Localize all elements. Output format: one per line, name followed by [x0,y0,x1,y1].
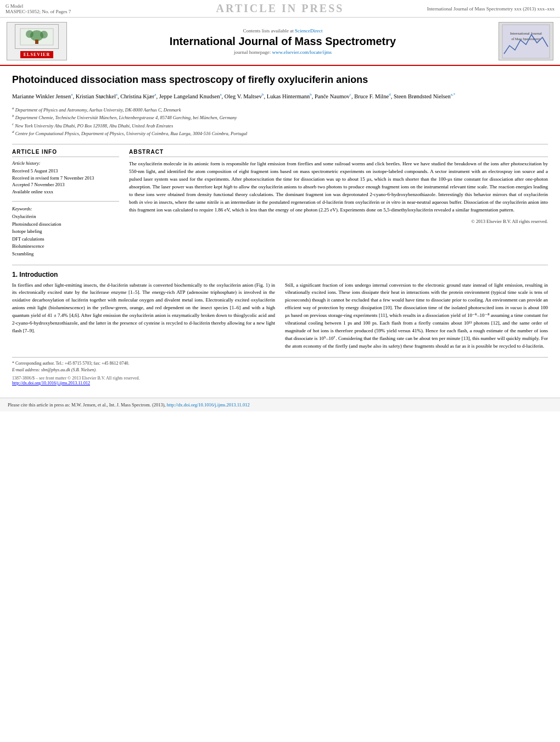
article-history: Article history: Received 5 August 2013 … [12,160,119,196]
maspec-label: MASPEC-15052; No. of Pages 7 [5,9,143,14]
section-title: Introduction [19,271,58,278]
journal-center: Contents lists available at ScienceDirec… [67,28,499,55]
abstract-text: The oxyluciferin molecule in its anionic… [129,160,548,214]
sciencedirect-link[interactable]: ScienceDirect [295,28,322,34]
intro-right-col: Still, a significant fraction of ions un… [285,282,548,350]
received-date: Received 5 August 2013 [12,168,119,175]
svg-rect-2 [35,40,38,44]
separator-2 [12,265,548,265]
elsevier-logo-left: ELSEVIER [7,22,67,60]
keyword-4: DFT calculations [12,236,119,243]
issn-text: 1387-3806/$ – see front matter © 2013 El… [12,376,548,381]
keyword-1: Oxyluciferin [12,213,119,221]
g-model-label: G Model [5,3,143,9]
intro-left-col: In fireflies and other light-emitting in… [12,282,275,350]
article-in-press-text: ARTICLE IN PRESS [216,2,344,14]
affiliations: a Department of Physics and Astronomy, A… [12,105,548,137]
doi-anchor[interactable]: http://dx.doi.org/10.1016/j.ijms.2013.11… [12,381,90,386]
corresponding-author-note: * Corresponding author. Tel.: +45 8715 5… [12,360,548,367]
separator-1 [12,144,548,144]
mass-spec-logo-icon: International Journal of Mass Spectromet… [501,24,551,59]
svg-rect-5 [502,25,550,58]
svg-point-3 [26,30,33,38]
keywords-label: Keywords: [12,206,119,211]
article-in-press-banner: ARTICLE IN PRESS [143,2,417,15]
doi-link-issn: http://dx.doi.org/10.1016/j.ijms.2013.11… [12,381,548,386]
journal-title: International Journal of Mass Spectromet… [72,35,493,48]
keyword-3: Isotope labeling [12,228,119,236]
accepted-date: Accepted 7 November 2013 [12,181,119,188]
article-title: Photoinduced dissociation mass spectrosc… [12,74,548,86]
introduction-columns: In fireflies and other light-emitting in… [12,282,548,350]
introduction-header: 1. Introduction [12,271,548,278]
article-info-column: ARTICLE INFO Article history: Received 5… [12,149,119,258]
keyword-2: Photoinduced dissociation [12,221,119,228]
elsevier-tree-icon [18,26,56,48]
top-bar: G Model MASPEC-15052; No. of Pages 7 ART… [0,0,560,18]
contents-avail: Contents lists available at ScienceDirec… [72,28,493,34]
high-text: high [223,184,232,189]
email-note: E-mail address: sbn@phys.au.dk (S.B. Nie… [12,367,548,373]
cite-text: Please cite this article in press as: M.… [8,402,166,408]
journal-homepage: journal homepage: www.elsevier.com/locat… [72,49,493,55]
available-online: Available online xxxx [12,188,119,196]
keywords-section: Keywords: Oxyluciferin Photoinduced diss… [12,206,119,258]
introduction-section: 1. Introduction In fireflies and other l… [12,271,548,350]
history-label: Article history: [12,160,119,166]
top-bar-left: G Model MASPEC-15052; No. of Pages 7 [5,3,143,14]
separator-keywords [12,201,119,202]
svg-text:of Mass Spectrometry: of Mass Spectrometry [512,37,541,41]
affiliation-b: b Department Chemie, Technische Universi… [12,113,548,121]
affiliation-c: c New York University Abu Dhabi, PO Box … [12,121,548,130]
journal-header: ELSEVIER Contents lists available at Sci… [0,18,560,66]
journal-logo-right: International Journal of Mass Spectromet… [499,22,553,60]
abstract-header: ABSTRACT [129,149,548,157]
keyword-5: Bioluminescence [12,243,119,250]
affiliation-d: d Centre for Computational Physics, Depa… [12,129,548,137]
affiliation-a: a Department of Physics and Astronomy, A… [12,105,548,114]
authors: Marianne Winkler Jensena, Kristian Støch… [12,92,548,101]
keyword-6: Scrambling [12,250,119,258]
copyright-text: © 2013 Elsevier B.V. All rights reserved… [129,219,548,224]
abstract-column: ABSTRACT The oxyluciferin molecule in it… [129,149,548,258]
article-info-header: ARTICLE INFO [12,149,119,157]
homepage-link[interactable]: www.elsevier.com/locate/ijms [272,49,332,55]
issn-section: 1387-3806/$ – see front matter © 2013 El… [12,376,548,386]
main-content: Photoinduced dissociation mass spectrosc… [0,66,560,391]
cite-doi-link[interactable]: http://dx.doi.org/10.1016/j.ijms.2013.11… [167,402,250,408]
svg-point-4 [40,31,48,38]
section-number: 1. [12,271,18,278]
footnote-section: * Corresponding author. Tel.: +45 8715 5… [12,357,548,373]
info-abstract-section: ARTICLE INFO Article history: Received 5… [12,149,548,258]
received-revised-date: Received in revised form 7 November 2013 [12,175,119,182]
svg-text:International Journal: International Journal [510,31,542,36]
bottom-bar: Please cite this article in press as: M.… [0,398,560,411]
elsevier-text: ELSEVIER [20,51,53,58]
journal-ref-top: International Journal of Mass Spectromet… [417,6,555,12]
